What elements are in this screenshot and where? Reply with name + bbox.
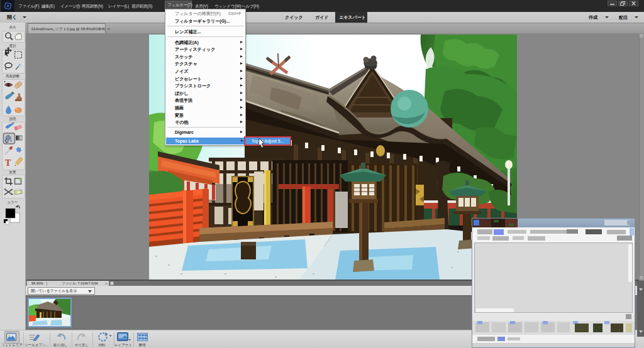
svg-text:T: T [5, 158, 11, 168]
